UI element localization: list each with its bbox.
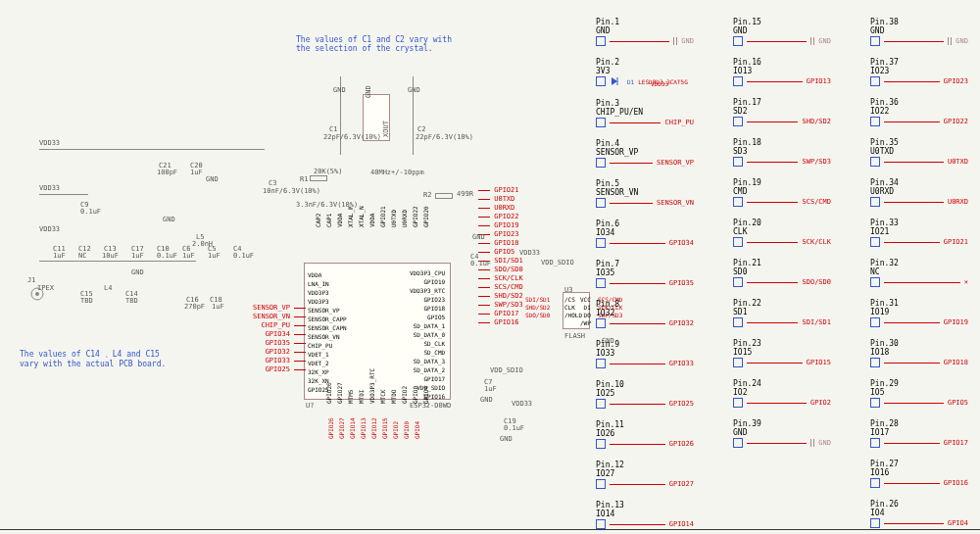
c5-v: 1uF <box>208 252 220 260</box>
pin-col-3: Pin.38GNDGNDPin.37IO23GPIO23Pin.36IO22GP… <box>870 18 968 534</box>
c2-ref: C2 <box>417 125 425 133</box>
c4r-v: 0.1uF <box>470 260 491 267</box>
r2-ref: R2 <box>423 191 431 199</box>
pin-Pin-33: Pin.33IO21GPIO21 <box>870 218 968 247</box>
checkbox <box>733 76 743 86</box>
c1-val: 22pF/6.3V(10%) <box>323 133 381 141</box>
checkbox <box>870 36 880 46</box>
pin-Pin-18: Pin.18SD3SWP/SD3 <box>733 138 831 167</box>
chip-left-pins: VDDALNA_INVDD3P3VDD3P3SENSOR_VPSENSOR_CA… <box>308 270 347 394</box>
vdd-sdio: VDD_SDIO <box>541 259 574 267</box>
checkbox <box>596 36 606 46</box>
left-nets: SENSOR_VP SENSOR_VN CHIP_PU GPIO34 GPIO3… <box>253 304 306 374</box>
schematic-area: The values of C1 and C2 vary with the se… <box>0 0 666 534</box>
j1: J1 <box>27 276 35 284</box>
checkbox <box>733 157 743 167</box>
checkbox <box>870 157 880 167</box>
pin-Pin-2: Pin.23V3D1LESD8D3.3CAT5GVDD33 <box>596 58 694 87</box>
c13-v: 10uF <box>102 252 119 260</box>
pin-Pin-23: Pin.23IO15GPIO15 <box>733 339 831 367</box>
checkbox <box>596 479 606 489</box>
checkbox <box>596 198 606 208</box>
vdd33-2: VDD33 <box>39 184 60 192</box>
checkbox <box>870 438 880 448</box>
c10-v: 0.1uF <box>157 252 177 260</box>
pin-Pin-39: Pin.39GNDGND <box>733 419 831 448</box>
gnd-r1: GND <box>472 233 485 241</box>
vdd33-r: VDD33 <box>519 249 540 257</box>
gnd-a: GND <box>206 175 219 183</box>
pin-Pin-8: Pin.8IO32GPIO32 <box>596 300 694 328</box>
pin-Pin-20: Pin.20CLKSCK/CLK <box>733 218 831 247</box>
border-bottom <box>0 529 980 530</box>
rail <box>39 261 196 262</box>
c17-v: 1uF <box>131 252 144 260</box>
c16-v: 270pF <box>184 303 205 311</box>
checkbox <box>596 158 606 168</box>
checkbox <box>733 237 743 247</box>
checkbox <box>596 318 606 328</box>
checkbox <box>596 76 606 86</box>
pin-Pin-29: Pin.29IO5GPIO5 <box>870 379 968 408</box>
note-crystal: The values of C1 and C2 vary with the se… <box>296 35 452 53</box>
checkbox <box>870 317 880 327</box>
checkbox <box>733 36 743 46</box>
checkbox <box>596 118 606 127</box>
checkbox <box>596 399 606 409</box>
checkbox <box>870 117 880 126</box>
c3-ref: C3 <box>269 179 276 187</box>
pin-Pin-35: Pin.35U0TXDU0TXD <box>870 138 968 167</box>
pin-Pin-21: Pin.21SD0SDO/SD0 <box>733 259 831 287</box>
vdd33-3: VDD33 <box>39 225 60 233</box>
pin-Pin-31: Pin.31IO19GPIO19 <box>870 299 968 327</box>
checkbox <box>733 438 743 448</box>
osc-pin-gnd: GND <box>365 85 372 98</box>
pin-Pin-3: Pin.3CHIP_PU/ENCHIP_PU <box>596 99 694 127</box>
checkbox <box>733 358 743 367</box>
c11-v: 1uF <box>53 252 66 260</box>
gnd-lr: GND <box>500 435 513 443</box>
c18-v: 1uF <box>212 303 224 311</box>
c19-v: 0.1uF <box>504 424 524 432</box>
u3-ref: U3 <box>564 286 572 294</box>
checkbox <box>733 398 743 408</box>
r1 <box>310 175 327 181</box>
pin-Pin-32: Pin.32NC✕ <box>870 259 968 287</box>
ipex-conn <box>29 286 45 302</box>
checkbox <box>596 439 606 449</box>
pin-Pin-28: Pin.28IO17GPIO17 <box>870 419 968 448</box>
checkbox <box>596 519 606 529</box>
c3-val: 10nF/6.3V(10%) <box>263 187 320 195</box>
c7-v: 1uF <box>484 385 497 393</box>
c6-v: 1uF <box>182 252 195 260</box>
pin-Pin-11: Pin.11IO26GPIO26 <box>596 420 694 449</box>
checkbox <box>870 398 880 408</box>
pin-Pin-4: Pin.4SENSOR_VPSENSOR_VP <box>596 139 694 168</box>
pin-Pin-9: Pin.9IO33GPIO33 <box>596 340 694 368</box>
pin-Pin-7: Pin.7IO35GPIO35 <box>596 260 694 288</box>
pin-Pin-37: Pin.37IO23GPIO23 <box>870 58 968 86</box>
checkbox <box>596 238 606 248</box>
pin-Pin-26: Pin.26IO4GPIO4 <box>870 500 968 528</box>
checkbox <box>870 518 880 528</box>
flash-nets-left: SDI/SD1SHD/SD2SDO/SD0 <box>525 296 550 319</box>
checkbox <box>733 197 743 207</box>
checkbox <box>596 278 606 288</box>
gnd-d: GND <box>131 268 144 276</box>
checkbox <box>870 277 880 287</box>
pin-Pin-13: Pin.13IO14GPIO14 <box>596 501 694 529</box>
c14-v: TBD <box>125 297 138 305</box>
pin-Pin-36: Pin.36IO22GPIO22 <box>870 98 968 126</box>
svg-point-1 <box>35 292 39 296</box>
note-pcb: The values of C14 、L4 and C15 vary with … <box>20 349 166 368</box>
checkbox <box>596 359 606 368</box>
pin-Pin-1: Pin.1GNDGND <box>596 18 694 46</box>
gnd-top: GND <box>408 86 420 94</box>
pin-Pin-19: Pin.19CMDSCS/CMD <box>733 178 831 207</box>
c20-v: 1uF <box>190 169 203 176</box>
pin-col-2: Pin.15GNDGNDPin.16IO13GPIO13Pin.17SD2SHD… <box>733 18 831 534</box>
c12-v: NC <box>78 252 86 260</box>
pin-Pin-22: Pin.22SD1SDI/SD1 <box>733 299 831 327</box>
chip-ref: U? <box>306 402 314 410</box>
chip-right-pins: VDD3P3_CPUGPIO19VDD3P3_RTCGPIO23GPIO18GP… <box>410 268 445 401</box>
